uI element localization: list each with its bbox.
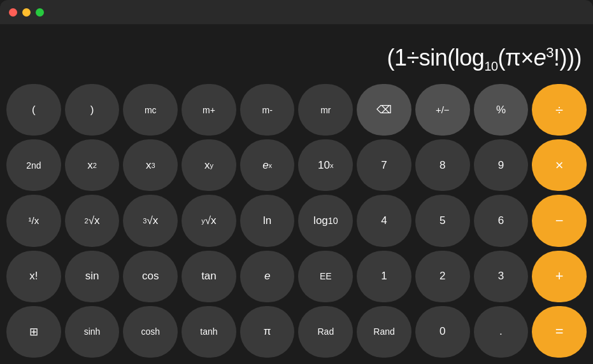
five-button[interactable]: 5: [415, 195, 470, 246]
square-button[interactable]: x2: [65, 139, 120, 191]
button-grid: ()mcm+m-mr⌫+/−%÷2ndx2x3xyex10x789×¹/x2√x…: [0, 80, 593, 364]
memory-add-button[interactable]: m+: [182, 84, 236, 136]
x-to-y-button[interactable]: xy: [182, 139, 236, 191]
title-bar: [0, 0, 593, 24]
second-button[interactable]: 2nd: [6, 139, 61, 191]
tanh-button[interactable]: tanh: [182, 306, 236, 358]
nine-button[interactable]: 9: [474, 139, 529, 191]
maximize-button[interactable]: [36, 8, 44, 17]
close-paren-button[interactable]: ): [65, 84, 120, 136]
add-button[interactable]: +: [532, 251, 587, 302]
ten-to-x-button[interactable]: 10x: [298, 139, 353, 191]
decimal-button[interactable]: .: [474, 306, 529, 358]
cube-root-button[interactable]: 3√x: [123, 195, 178, 246]
multiply-button[interactable]: ×: [532, 139, 587, 191]
plus-minus-button[interactable]: +/−: [415, 84, 470, 136]
six-button[interactable]: 6: [474, 195, 529, 246]
cos-button[interactable]: cos: [123, 251, 178, 302]
expression-display: (1÷sin(log10(π×e3!))): [387, 45, 582, 74]
square-root-button[interactable]: 2√x: [65, 195, 120, 246]
percent-button[interactable]: %: [474, 84, 529, 136]
memory-subtract-button[interactable]: m-: [240, 84, 295, 136]
ln-button[interactable]: ln: [240, 195, 295, 246]
sin-button[interactable]: sin: [65, 251, 120, 302]
three-button[interactable]: 3: [474, 251, 529, 302]
ee-button[interactable]: EE: [298, 251, 353, 302]
e-to-x-button[interactable]: ex: [240, 139, 295, 191]
backspace-button[interactable]: ⌫: [357, 84, 411, 136]
divide-button[interactable]: ÷: [532, 84, 587, 136]
cosh-button[interactable]: cosh: [123, 306, 178, 358]
subtract-button[interactable]: −: [532, 195, 587, 246]
memory-recall-button[interactable]: mr: [298, 84, 353, 136]
log10-button[interactable]: log10: [298, 195, 353, 246]
reciprocal-button[interactable]: ¹/x: [6, 195, 61, 246]
pi-button[interactable]: π: [240, 306, 295, 358]
one-button[interactable]: 1: [357, 251, 411, 302]
cube-button[interactable]: x3: [123, 139, 178, 191]
euler-button[interactable]: e: [240, 251, 295, 302]
minimize-button[interactable]: [22, 8, 31, 17]
four-button[interactable]: 4: [357, 195, 411, 246]
rad-button[interactable]: Rad: [298, 306, 353, 358]
rand-button[interactable]: Rand: [357, 306, 411, 358]
display: (1÷sin(log10(π×e3!))): [0, 24, 593, 80]
seven-button[interactable]: 7: [357, 139, 411, 191]
two-button[interactable]: 2: [415, 251, 470, 302]
zero-button[interactable]: 0: [415, 306, 470, 358]
open-paren-button[interactable]: (: [6, 84, 61, 136]
sinh-button[interactable]: sinh: [65, 306, 120, 358]
close-button[interactable]: [9, 8, 17, 17]
tan-button[interactable]: tan: [182, 251, 236, 302]
factorial-button[interactable]: x!: [6, 251, 61, 302]
equals-button[interactable]: =: [532, 306, 587, 358]
eight-button[interactable]: 8: [415, 139, 470, 191]
memory-clear-button[interactable]: mc: [123, 84, 178, 136]
calculator-icon-button[interactable]: ⊞: [6, 306, 61, 358]
y-root-button[interactable]: y√x: [182, 195, 236, 246]
